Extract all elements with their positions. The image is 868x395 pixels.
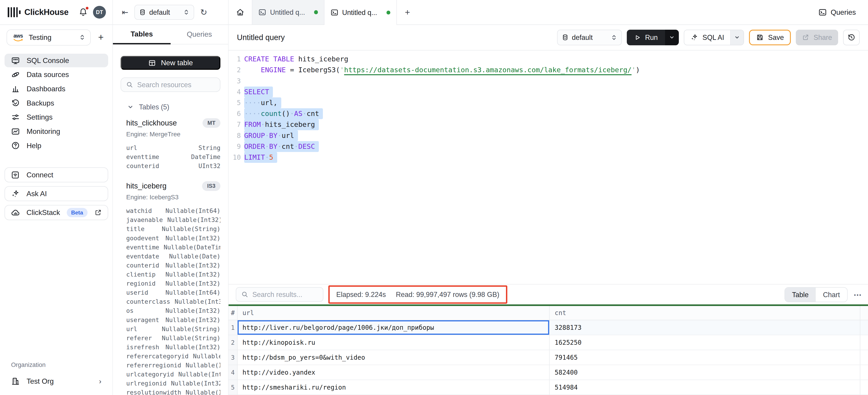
save-icon xyxy=(756,33,764,41)
sidebar-item-help[interactable]: Help xyxy=(4,139,108,152)
table-entry-hits-iceberg[interactable]: hits_iceberg IS3 xyxy=(121,181,220,191)
new-table-button[interactable]: New table xyxy=(121,56,220,70)
query-workspace: Untitled query default Run xyxy=(228,25,868,395)
search-icon xyxy=(241,291,248,298)
table-icon xyxy=(148,59,156,67)
column-row: counteridUInt32 xyxy=(121,162,220,171)
sidebar-item-monitoring[interactable]: Monitoring xyxy=(4,124,108,138)
unsaved-dot xyxy=(314,10,318,14)
selected-cell[interactable]: http://liver.ru/belgorod/page/1006.jки/д… xyxy=(238,320,550,335)
sidebar-item-dashboards[interactable]: Dashboards xyxy=(4,82,108,95)
column-row: resolutionwidthNullable(Int xyxy=(121,388,220,395)
column-row: eventdateNullable(Date) xyxy=(121,252,220,261)
workspace-selector[interactable]: aws Testing xyxy=(6,29,91,46)
sidebar-item-backups[interactable]: Backups xyxy=(4,96,108,110)
monitoring-chart-icon xyxy=(11,127,20,136)
query-tab-1[interactable]: Untitled q... xyxy=(252,0,324,25)
table-entry-hits-clickhouse[interactable]: hits_clickhouse MT xyxy=(121,118,220,128)
tab-queries[interactable]: Queries xyxy=(170,25,228,44)
column-row: counterclassNullable(Int32) xyxy=(121,297,220,306)
column-row: useragentNullable(Int32) xyxy=(121,315,220,325)
sql-editor[interactable]: 12345678910 CREATE TABLE hits_iceberg EN… xyxy=(228,51,868,284)
column-row: watchidNullable(Int64) xyxy=(121,206,220,216)
editor-database-selector[interactable]: default xyxy=(557,30,622,45)
table-row[interactable]: 1 http://liver.ru/belgorod/page/1006.jки… xyxy=(228,320,868,335)
notifications-bell-icon[interactable] xyxy=(79,8,88,17)
avatar[interactable]: DT xyxy=(93,6,106,19)
column-row: eventtimeNullable(DateTime6 xyxy=(121,243,220,252)
selection-highlight: FROM·hits_iceberg xyxy=(244,119,319,130)
results-search[interactable] xyxy=(236,287,323,302)
sidebar-menu: SQL Console Data sources Dashboards Back… xyxy=(4,54,108,152)
query-tab-label: Untitled q... xyxy=(342,9,377,17)
column-row: urlregionidNullable(Int32) xyxy=(121,379,220,388)
query-tab-2[interactable]: Untitled q... xyxy=(324,0,397,25)
query-title[interactable]: Untitled query xyxy=(237,33,285,42)
resources-search-input[interactable] xyxy=(137,81,204,89)
queries-button[interactable]: Queries xyxy=(818,0,868,25)
external-link-icon xyxy=(94,209,102,216)
tab-tables[interactable]: Tables xyxy=(113,25,170,45)
sliders-icon xyxy=(11,113,20,122)
sidebar-item-data-sources[interactable]: Data sources xyxy=(4,68,108,82)
aws-logo-icon: aws xyxy=(13,33,24,41)
new-tab-button[interactable]: + xyxy=(397,0,418,25)
column-row: titleNullable(String) xyxy=(121,224,220,233)
organization-switcher[interactable]: Test Org › xyxy=(4,375,108,387)
view-toggle-chart[interactable]: Chart xyxy=(816,288,847,302)
query-tab-label: Untitled q... xyxy=(270,8,305,16)
home-icon[interactable] xyxy=(228,0,252,25)
connect-icon xyxy=(11,171,20,179)
share-button[interactable]: Share xyxy=(796,30,838,45)
run-options-caret[interactable] xyxy=(665,30,679,45)
play-icon xyxy=(634,34,641,41)
table-row[interactable]: 3 http://bdsm_po_yers=0&with_video 79146… xyxy=(228,350,868,365)
organization-name: Test Org xyxy=(27,377,54,386)
add-workspace-button[interactable]: + xyxy=(98,32,108,43)
sidebar-item-settings[interactable]: Settings xyxy=(4,111,108,124)
save-button[interactable]: Save xyxy=(749,30,791,45)
backup-restore-icon xyxy=(11,99,20,108)
table-row[interactable]: 5 http://smeshariki.ru/region 514984 xyxy=(228,380,868,395)
share-icon xyxy=(802,34,809,41)
sidebar: aws Testing + SQL Console Data sources xyxy=(0,25,113,395)
header-url[interactable]: url xyxy=(238,306,550,320)
header-index[interactable]: # xyxy=(228,306,237,320)
table-row[interactable]: 2 http://kinopoisk.ru 1625250 xyxy=(228,335,868,350)
column-row: refererNullable(String) xyxy=(121,334,220,343)
ask-ai-button[interactable]: Ask AI xyxy=(4,186,108,201)
selection-highlight: SELECT xyxy=(244,86,273,97)
resources-search[interactable] xyxy=(121,78,220,92)
code-line: CREATE TABLE hits_iceberg xyxy=(244,54,868,64)
sql-ai-caret[interactable] xyxy=(730,30,744,45)
workspace-name: Testing xyxy=(29,33,52,42)
code-line: SELECT xyxy=(244,86,868,97)
clickstack-button[interactable]: ClickStack Beta xyxy=(4,205,108,220)
table-row[interactable]: 4 http://video.yandex 582400 xyxy=(228,365,868,380)
database-selector[interactable]: default xyxy=(134,5,194,20)
selection-highlight: ····url, xyxy=(244,97,281,108)
organization-icon xyxy=(11,377,20,386)
code-line: ORDER·BY·cnt·DESC xyxy=(244,141,868,152)
more-options-icon[interactable]: ••• xyxy=(854,292,862,298)
editor-code[interactable]: CREATE TABLE hits_iceberg ENGINE = Icebe… xyxy=(244,54,868,284)
collapse-sidebar-icon[interactable]: ⇤ xyxy=(122,8,128,17)
database-selector-value: default xyxy=(149,8,170,16)
refresh-icon[interactable]: ↻ xyxy=(200,7,207,17)
results-search-input[interactable] xyxy=(252,290,318,299)
connect-button[interactable]: Connect xyxy=(4,167,108,182)
query-history-button[interactable] xyxy=(843,30,860,45)
sidebar-item-sql-console[interactable]: SQL Console xyxy=(4,54,108,67)
tables-group-header[interactable]: Tables (5) xyxy=(121,103,220,111)
view-toggle-table[interactable]: Table xyxy=(785,288,816,302)
beta-badge: Beta xyxy=(67,208,88,217)
sql-ai-button[interactable]: SQL AI xyxy=(684,30,744,45)
code-link[interactable]: https://datasets-documentation.s3.amazon… xyxy=(344,66,631,74)
column-row: javaenableNullable(Int32) xyxy=(121,216,220,224)
elapsed-stat: Elapsed: 9.224s xyxy=(336,290,386,299)
run-button[interactable]: Run xyxy=(627,30,679,45)
header-cnt[interactable]: cnt xyxy=(550,306,860,320)
terminal-icon xyxy=(818,8,827,17)
resources-panel: Tables Queries New table Tables (5) hits xyxy=(113,25,228,395)
engine-label: Engine: MergeTree xyxy=(121,131,220,138)
